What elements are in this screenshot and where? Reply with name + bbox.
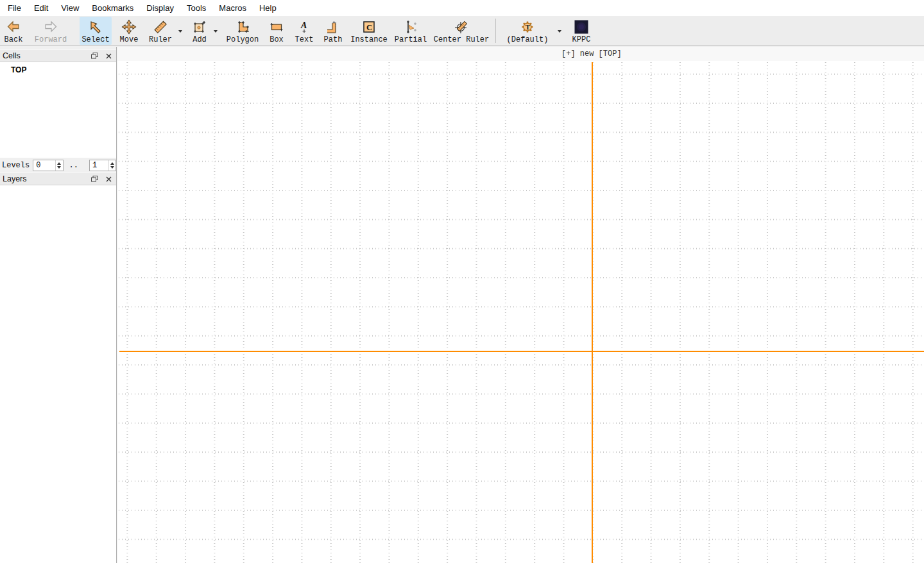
menu-bookmarks[interactable]: Bookmarks bbox=[85, 1, 140, 15]
add-label: Add bbox=[193, 36, 207, 44]
path-icon bbox=[325, 19, 341, 35]
layers-panel-title: Layers bbox=[3, 174, 85, 183]
kppc-label: KPPC bbox=[572, 36, 591, 44]
levels-label: Levels bbox=[2, 161, 30, 170]
view-tab-bar: [+] new [TOP] bbox=[117, 47, 924, 61]
svg-text:C: C bbox=[366, 22, 372, 32]
polygon-label: Polygon bbox=[227, 36, 259, 44]
levels-row: Levels .. bbox=[0, 158, 116, 172]
forward-icon bbox=[42, 19, 59, 35]
instance-mode-button[interactable]: C Instance bbox=[350, 17, 388, 45]
menu-bar: File Edit View Bookmarks Display Tools M… bbox=[0, 0, 924, 16]
select-mode-button[interactable]: Select bbox=[80, 17, 112, 45]
levels-from-input[interactable] bbox=[33, 160, 55, 171]
menu-file[interactable]: File bbox=[1, 1, 28, 15]
box-icon bbox=[268, 19, 285, 35]
polygon-mode-button[interactable]: Polygon bbox=[226, 17, 259, 45]
menu-macros[interactable]: Macros bbox=[212, 1, 253, 15]
box-label: Box bbox=[270, 36, 284, 44]
ruler-icon bbox=[152, 19, 169, 35]
select-cursor-icon bbox=[87, 19, 104, 35]
levels-from-spin-arrows[interactable] bbox=[55, 160, 62, 171]
cells-panel-header[interactable]: Cells bbox=[0, 49, 116, 62]
spin-down-icon[interactable] bbox=[57, 166, 61, 169]
center-ruler-label: Center Ruler bbox=[434, 36, 489, 44]
layers-float-button[interactable] bbox=[89, 174, 99, 183]
forward-button[interactable]: Forward bbox=[31, 17, 71, 45]
menu-view[interactable]: View bbox=[55, 1, 85, 15]
levels-to-spinbox[interactable] bbox=[89, 160, 116, 171]
default-dropdown-arrow-icon[interactable] bbox=[556, 17, 563, 46]
toolbar-separator bbox=[495, 19, 496, 43]
select-label: Select bbox=[81, 36, 109, 44]
path-label: Path bbox=[324, 36, 343, 44]
instance-label: Instance bbox=[350, 36, 388, 44]
spin-up-icon[interactable] bbox=[110, 162, 114, 165]
menu-help[interactable]: Help bbox=[253, 1, 283, 15]
add-button[interactable]: Add bbox=[189, 17, 210, 45]
kppc-button[interactable]: KPPC bbox=[569, 17, 594, 45]
levels-to-input[interactable] bbox=[90, 160, 108, 171]
ruler-label: Ruler bbox=[149, 36, 172, 44]
cells-float-button[interactable] bbox=[89, 51, 99, 60]
toolbar: Back Forward Select Move Ruler Add bbox=[0, 16, 924, 46]
spin-down-icon[interactable] bbox=[110, 166, 114, 169]
left-dock-area: Cells TOP Levels .. Layers bbox=[0, 47, 117, 563]
move-icon bbox=[121, 19, 137, 35]
menu-display[interactable]: Display bbox=[140, 1, 180, 15]
layers-list[interactable] bbox=[0, 185, 116, 563]
path-mode-button[interactable]: Path bbox=[321, 17, 345, 45]
back-icon bbox=[5, 19, 22, 35]
center-ruler-button[interactable]: Center Ruler bbox=[434, 17, 489, 45]
text-icon: A bbox=[296, 19, 312, 35]
center-ruler-icon bbox=[453, 19, 470, 35]
svg-text:A: A bbox=[300, 21, 307, 30]
levels-range-separator: .. bbox=[69, 161, 78, 170]
menu-edit[interactable]: Edit bbox=[28, 1, 55, 15]
move-mode-button[interactable]: Move bbox=[116, 17, 142, 45]
view-tab[interactable]: [+] new [TOP] bbox=[561, 49, 622, 58]
back-button[interactable]: Back bbox=[3, 17, 24, 45]
polygon-icon bbox=[234, 19, 251, 35]
crosshair-vertical-axis bbox=[592, 62, 593, 563]
default-config-label: (Default) bbox=[507, 36, 549, 44]
partial-label: Partial bbox=[395, 36, 427, 44]
kppc-icon bbox=[573, 19, 590, 35]
spin-up-icon[interactable] bbox=[57, 162, 61, 165]
default-config-button[interactable]: T (Default) bbox=[506, 17, 549, 45]
gear-t-icon: T bbox=[519, 19, 536, 35]
cells-panel-title: Cells bbox=[3, 51, 85, 60]
add-dropdown-arrow-icon[interactable] bbox=[212, 17, 219, 46]
partial-mode-button[interactable]: Partial bbox=[394, 17, 427, 45]
cells-close-button[interactable] bbox=[103, 51, 114, 60]
cells-tree[interactable]: TOP bbox=[0, 62, 116, 158]
levels-to-spin-arrows[interactable] bbox=[108, 160, 116, 171]
text-mode-button[interactable]: A Text bbox=[293, 17, 316, 45]
back-label: Back bbox=[4, 36, 23, 44]
ruler-dropdown-arrow-icon[interactable] bbox=[176, 17, 184, 46]
ruler-mode-button[interactable]: Ruler bbox=[146, 17, 175, 45]
partial-icon bbox=[402, 19, 419, 35]
layers-close-button[interactable] bbox=[103, 174, 114, 183]
layers-panel-header[interactable]: Layers bbox=[0, 172, 116, 185]
cell-item-top[interactable]: TOP bbox=[0, 62, 116, 74]
add-icon bbox=[191, 19, 208, 35]
forward-label: Forward bbox=[35, 36, 67, 44]
menu-tools[interactable]: Tools bbox=[180, 1, 212, 15]
crosshair-horizontal-axis bbox=[119, 351, 924, 352]
instance-icon: C bbox=[361, 19, 377, 35]
layout-canvas[interactable] bbox=[117, 61, 924, 563]
svg-text:T: T bbox=[526, 23, 531, 31]
box-mode-button[interactable]: Box bbox=[266, 17, 287, 45]
levels-from-spinbox[interactable] bbox=[33, 160, 63, 171]
text-label: Text bbox=[295, 36, 314, 44]
move-label: Move bbox=[120, 36, 139, 44]
